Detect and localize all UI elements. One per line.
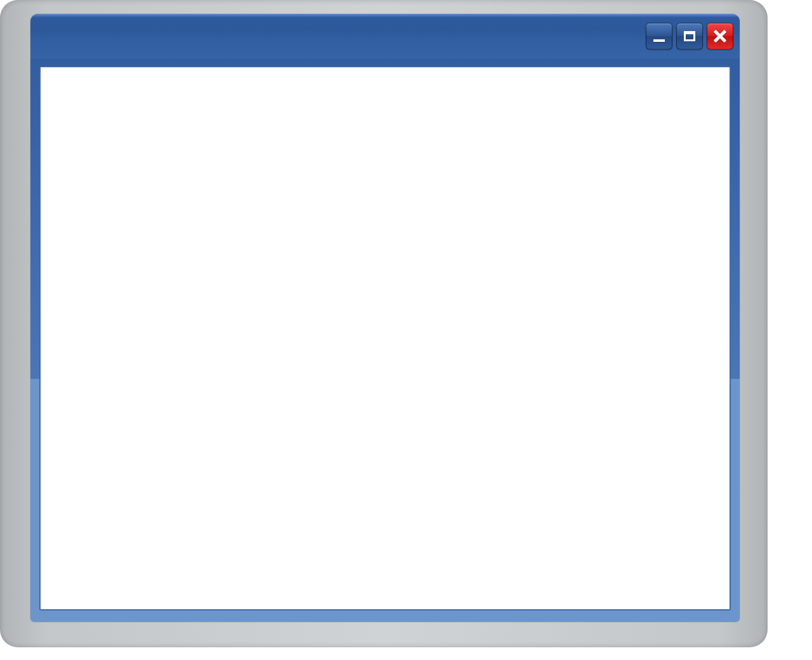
titlebar[interactable] (30, 14, 740, 58)
application-window (30, 14, 740, 622)
window-controls (646, 23, 733, 50)
maximize-button[interactable] (676, 23, 703, 50)
close-icon (713, 29, 727, 43)
minimize-button[interactable] (646, 23, 672, 50)
minimize-icon (653, 39, 665, 42)
maximize-icon (684, 31, 695, 41)
content-area (39, 66, 731, 610)
window-inner-frame (39, 66, 731, 610)
desktop-bezel (0, 0, 768, 647)
close-button[interactable] (707, 23, 733, 50)
